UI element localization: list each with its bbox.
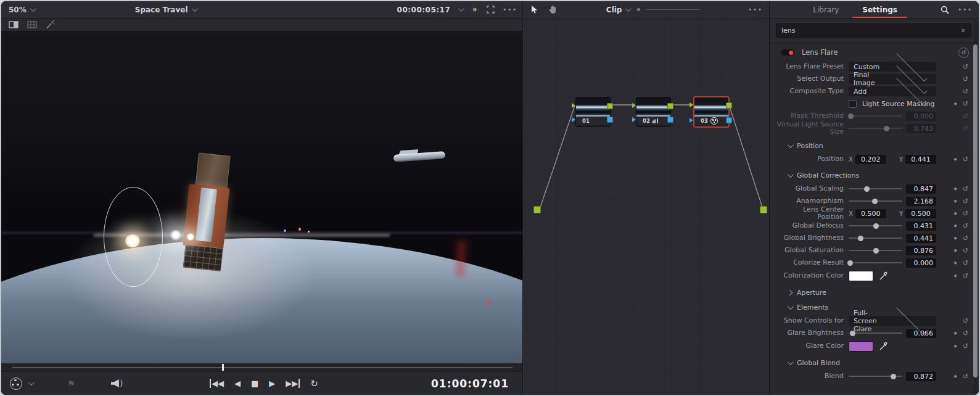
reset-icon[interactable]: ↺ (963, 63, 968, 71)
key-output-port[interactable] (726, 117, 732, 123)
lens-center-x-value[interactable]: 0.500 (855, 209, 886, 218)
expand-icon[interactable] (487, 6, 495, 14)
search-input[interactable] (776, 27, 956, 35)
hand-tool-icon[interactable] (548, 5, 558, 14)
keyframe-icon[interactable]: ◆ (953, 211, 957, 216)
global-defocus-slider[interactable] (849, 225, 902, 226)
keyframe-icon[interactable]: ◆ (953, 186, 957, 191)
viewer-zoom-dropdown[interactable]: 50% (9, 6, 27, 14)
rgb-input-port[interactable] (572, 103, 575, 108)
reset-icon[interactable]: ↺ (963, 197, 968, 205)
play-reverse-button[interactable]: ◀ (234, 379, 241, 388)
play-button[interactable]: ▶ (269, 379, 275, 388)
reset-icon[interactable]: ↺ (963, 222, 968, 230)
blend-slider[interactable] (849, 376, 902, 377)
stop-button[interactable]: ■ (251, 379, 258, 388)
glare-brightness-slider[interactable] (849, 332, 902, 334)
key-input-port[interactable] (572, 117, 575, 122)
node-editor[interactable]: 01 02 03 (522, 19, 769, 395)
keyframe-icon[interactable]: ◆ (953, 199, 957, 204)
global-defocus-value[interactable]: 0.431 (906, 221, 936, 231)
virtual-light-source-size-value[interactable]: 0.743 (906, 124, 936, 133)
section-position[interactable]: Position (770, 138, 979, 153)
plugin-enable-toggle[interactable] (781, 49, 794, 56)
source-node-port[interactable] (533, 206, 541, 213)
reset-icon[interactable]: ↺ (963, 317, 968, 325)
split-screen-icon[interactable] (27, 21, 37, 28)
reset-icon[interactable]: ↺ (963, 247, 968, 255)
keyframe-icon[interactable]: ◆ (953, 331, 957, 336)
node-view-dropdown[interactable]: Clip (606, 6, 622, 14)
key-input-port[interactable] (632, 117, 636, 122)
flag-icon[interactable]: ⚑ (67, 379, 75, 389)
reset-icon[interactable]: ↺ (963, 259, 968, 267)
keyframe-icon[interactable]: ◆ (953, 248, 957, 253)
keyframe-icon[interactable]: ◆ (953, 273, 957, 278)
reset-icon[interactable]: ↺ (963, 100, 968, 108)
viewer-scrubber[interactable] (1, 363, 522, 371)
global-scaling-value[interactable]: 0.847 (906, 184, 936, 194)
reset-icon[interactable]: ↺ (963, 75, 968, 83)
section-aperture[interactable]: Aperture (770, 285, 979, 300)
global-scaling-slider[interactable] (849, 188, 902, 189)
corrector-node-02[interactable]: 02 (636, 97, 671, 127)
image-wipe-icon[interactable] (9, 21, 19, 28)
reset-icon[interactable]: ↺ (963, 329, 968, 337)
reset-icon[interactable]: ↺ (963, 342, 968, 350)
speaker-icon[interactable]: ) (111, 379, 123, 388)
playhead[interactable] (222, 364, 224, 371)
corrector-node-03-selected[interactable]: 03 (693, 96, 730, 128)
tab-library[interactable]: Library (812, 2, 840, 17)
panel-options-menu[interactable]: ••• (958, 6, 979, 13)
eyedropper-icon[interactable] (879, 342, 888, 350)
scrollbar-thumb[interactable] (973, 44, 978, 377)
reset-icon[interactable]: ↺ (963, 234, 968, 242)
scrubber-track[interactable] (12, 367, 513, 368)
section-global-blend[interactable]: Global Blend (770, 355, 979, 370)
reset-icon[interactable]: ↺ (963, 185, 968, 193)
clear-search-icon[interactable]: ✕ (956, 27, 971, 34)
reset-icon[interactable]: ↺ (963, 88, 968, 96)
key-input-port[interactable] (690, 118, 693, 123)
reset-icon[interactable]: ↺ (963, 272, 968, 280)
color-wheel-icon[interactable] (471, 6, 479, 14)
virtual-light-source-size-slider[interactable] (849, 128, 902, 129)
first-frame-button[interactable]: ◀◀ (210, 379, 224, 388)
loop-button[interactable]: ↻ (310, 378, 318, 389)
node-options-menu[interactable]: ••• (748, 6, 769, 13)
mask-threshold-slider[interactable] (849, 115, 902, 117)
keyframe-icon[interactable]: ◆ (953, 260, 957, 265)
preset-dropdown[interactable]: Custom (849, 62, 936, 72)
reset-icon[interactable]: ↺ (963, 155, 968, 163)
highlight-wand-icon[interactable] (46, 20, 55, 29)
plugin-reset-button[interactable]: ↺ (958, 47, 969, 58)
light-source-masking-checkbox[interactable] (849, 100, 857, 108)
cursor-tool-icon[interactable] (530, 5, 538, 14)
section-global-corrections[interactable]: Global Corrections (770, 168, 979, 183)
blend-value[interactable]: 0.872 (906, 372, 936, 381)
global-saturation-slider[interactable] (849, 250, 902, 251)
global-brightness-slider[interactable] (849, 237, 902, 239)
keyframe-icon[interactable]: ◆ (953, 101, 957, 106)
reset-icon[interactable]: ↺ (963, 210, 968, 218)
timeline-name-dropdown[interactable]: Space Travel (135, 6, 196, 14)
position-x-value[interactable]: 0.202 (855, 155, 886, 164)
reset-icon[interactable]: ↺ (963, 112, 968, 120)
node-zoom-handle[interactable] (637, 8, 640, 11)
anamorphism-slider[interactable] (849, 200, 902, 202)
corrector-node-01[interactable]: 01 (575, 97, 611, 127)
colorize-result-value[interactable]: 0.000 (906, 258, 936, 268)
anamorphism-value[interactable]: 2.168 (906, 197, 936, 206)
glare-color-swatch[interactable] (849, 341, 873, 352)
rgb-output-port[interactable] (726, 102, 732, 109)
keyframe-icon[interactable]: ◆ (953, 236, 957, 241)
keyframe-icon[interactable]: ◆ (953, 374, 957, 379)
reset-icon[interactable]: ↺ (963, 125, 968, 133)
rgb-output-port[interactable] (667, 103, 673, 109)
light-source-overlay-ring[interactable] (104, 187, 163, 287)
global-brightness-value[interactable]: 0.441 (906, 234, 936, 243)
output-node-port[interactable] (760, 206, 767, 213)
viewer-timecode[interactable]: 00:00:05:17 (397, 6, 451, 14)
mask-threshold-value[interactable]: 0.000 (906, 112, 936, 121)
keyframe-icon[interactable]: ◆ (953, 157, 957, 162)
